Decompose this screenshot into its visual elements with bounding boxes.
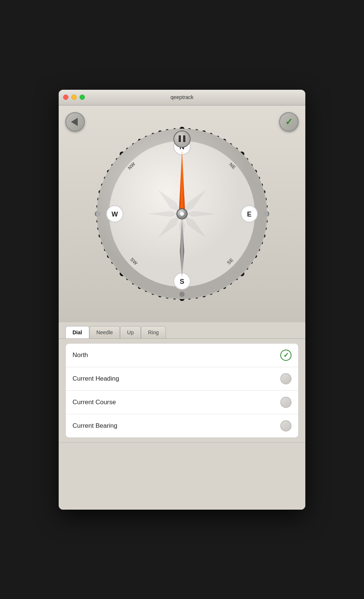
compass-ring-dots: // Will be generated via JS below xyxy=(92,124,272,304)
option-bearing-radio[interactable] xyxy=(280,420,291,431)
svg-text:S: S xyxy=(180,278,184,285)
option-current-bearing[interactable]: Current Bearing xyxy=(66,414,298,437)
option-north-radio[interactable] xyxy=(280,350,291,361)
back-icon xyxy=(71,118,78,126)
tab-up[interactable]: Up xyxy=(120,326,141,338)
svg-rect-104 xyxy=(179,135,181,142)
option-north-label: North xyxy=(73,351,88,359)
check-button[interactable]: ✓ xyxy=(279,112,299,132)
tabs-bar: Dial Needle Up Ring xyxy=(59,322,305,338)
option-heading-radio[interactable] xyxy=(280,373,291,384)
option-course-radio[interactable] xyxy=(280,397,291,408)
option-current-course[interactable]: Current Course xyxy=(66,391,298,414)
svg-text:W: W xyxy=(112,211,118,218)
tab-needle[interactable]: Needle xyxy=(89,326,120,338)
check-icon: ✓ xyxy=(285,117,293,127)
app-window: qeeptrack ✓ // Will be generated via JS … xyxy=(59,90,305,510)
svg-point-103 xyxy=(174,131,190,147)
options-panel: North Current Heading Current Course Cur… xyxy=(59,338,305,442)
svg-point-99 xyxy=(95,211,101,216)
option-heading-label: Current Heading xyxy=(73,375,119,383)
compass: // Will be generated via JS below xyxy=(92,124,272,304)
close-button[interactable] xyxy=(63,95,68,100)
titlebar: qeeptrack xyxy=(59,90,305,105)
window-title: qeeptrack xyxy=(170,94,193,100)
options-box: North Current Heading Current Course Cur… xyxy=(65,343,299,438)
option-course-label: Current Course xyxy=(73,399,116,406)
svg-rect-105 xyxy=(183,135,185,142)
back-button[interactable] xyxy=(65,112,85,132)
option-current-heading[interactable]: Current Heading xyxy=(66,367,298,391)
svg-point-98 xyxy=(179,292,185,297)
minimize-button[interactable] xyxy=(71,95,77,100)
compass-area: ✓ // Will be generated via JS below xyxy=(59,105,305,322)
maximize-button[interactable] xyxy=(80,95,85,100)
option-north[interactable]: North xyxy=(66,344,298,367)
tab-dial[interactable]: Dial xyxy=(65,326,89,338)
svg-point-100 xyxy=(263,211,269,216)
option-bearing-label: Current Bearing xyxy=(73,422,117,430)
traffic-lights xyxy=(63,95,85,100)
tab-ring[interactable]: Ring xyxy=(141,326,166,338)
svg-point-102 xyxy=(180,212,184,216)
svg-text:E: E xyxy=(247,211,252,218)
bottom-area xyxy=(59,442,305,510)
